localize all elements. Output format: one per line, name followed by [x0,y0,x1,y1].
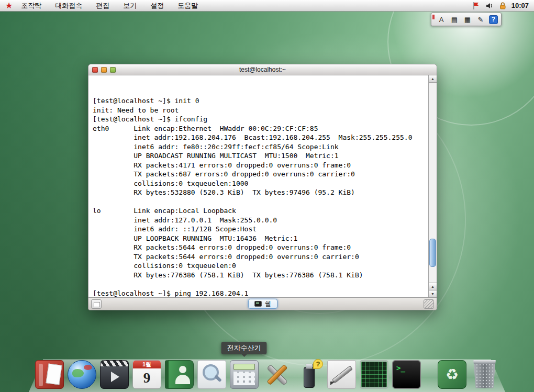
window-titlebar[interactable]: test@localhost:~ [88,64,437,75]
panes-tool-icon[interactable]: ▤ [450,15,459,24]
close-button[interactable] [92,67,98,73]
dock-item-media-player[interactable] [100,360,129,389]
terminal-line: RX bytes:776386 (758.1 KiB) TX bytes:776… [93,271,427,280]
menu-item-help[interactable]: 도움말 [177,1,198,10]
desktop: ★ 조작탁 대화접속 편집 보기 설정 도움말 10:07 A ▤ ▦ ✎ ? [0,0,534,392]
scrollbar[interactable]: ▲ ▲ ▼ [428,75,437,297]
red-star-logo-icon[interactable]: ★ [5,0,13,12]
terminal-line: collisions:0 txqueuelen:0 [93,261,427,271]
resize-grip-icon[interactable] [424,299,434,309]
scrollbar-track[interactable] [429,83,437,283]
terminal-prompt-glyph: >_ [396,364,405,372]
scrollbar-thumb[interactable] [429,239,436,267]
menu-item-session[interactable]: 대화접속 [55,1,82,10]
dock-item-package-manager[interactable]: ♻ [438,360,466,389]
window-title: test@localhost:~ [88,66,437,73]
terminal-screen[interactable]: [test@localhost ~]$ init 0init: Need to … [88,75,428,297]
dock-item-tools[interactable] [262,360,291,389]
palette-drag-handle[interactable] [432,15,435,19]
dock: 1월 9 ? >_ ♻ [29,353,505,392]
scroll-up-button[interactable]: ▲ [429,75,437,83]
menu-item-settings[interactable]: 설정 [150,1,164,10]
terminal-content: [test@localhost ~]$ init 0init: Need to … [88,75,437,297]
scroll-down-button[interactable]: ▼ [429,290,437,297]
terminal-line: UP LOOPBACK RUNNING MTU:16436 Metric:1 [93,234,427,243]
menu-item-view[interactable]: 보기 [123,1,137,10]
terminal-line: TX packets:5644 errors:0 dropped:0 overr… [93,252,427,262]
new-tab-icon[interactable] [91,299,102,309]
terminal-window: test@localhost:~ [test@localhost ~]$ ini… [88,64,437,310]
terminal-line: RX packets:5644 errors:0 dropped:0 overr… [93,243,427,252]
menu-item-desk[interactable]: 조작탁 [21,1,41,10]
terminal-line: inet addr:127.0.0.1 Mask:255.0.0.0 [93,216,427,225]
dock-item-trash[interactable] [470,360,499,389]
trash-icon [472,360,497,388]
terminal-line [93,197,427,207]
dock-item-system-monitor[interactable] [360,360,388,389]
maximize-button[interactable] [110,67,116,73]
terminal-output: [test@localhost ~]$ init 0init: Need to … [93,96,427,297]
terminal-line: TX packets:687 errors:0 dropped:0 overru… [93,170,427,179]
window-statusbar: 쉘 [88,297,437,310]
dock-item-calendar[interactable]: 1월 9 [132,360,161,389]
volume-icon[interactable] [485,2,494,10]
question-bubble-icon: ? [313,359,323,369]
clock: 10:07 [511,2,529,9]
terminal-line: [test@localhost ~]$ ping 192.168.204.1 [93,289,427,298]
shell-tab[interactable]: 쉘 [248,299,277,309]
dock-item-notebook[interactable] [35,360,64,389]
shell-tab-icon [254,301,262,307]
help-icon[interactable]: ? [489,15,498,24]
terminal-line: inet6 addr: ::1/128 Scope:Host [93,225,427,234]
terminal-line: inet6 addr: fe80::20c:29ff:fecf:cf85/64 … [93,142,427,152]
recycle-glyph: ♻ [446,366,459,383]
menu: 조작탁 대화접속 편집 보기 설정 도움말 [21,1,198,10]
font-tool-icon[interactable]: A [437,15,446,24]
scroll-up-button-bottom[interactable]: ▲ [429,283,437,290]
shell-tab-label: 쉘 [265,299,271,308]
calendar-day: 9 [133,368,161,388]
dock-items: 1월 9 ? >_ ♻ [35,360,499,389]
terminal-line: [test@localhost ~]$ ifconfig [93,115,427,124]
terminal-line: UP BROADCAST RUNNING MULTICAST MTU:1500 … [93,151,427,161]
terminal-line: [test@localhost ~]$ init 0 [93,96,427,106]
terminal-line: init: Need to be root [93,106,427,115]
minimize-button[interactable] [101,67,107,73]
terminal-line: RX bytes:532880 (520.3 KiB) TX bytes:974… [93,188,427,197]
lock-icon[interactable] [498,2,507,10]
calendar-month: 1월 [133,361,161,368]
menu-bar: ★ 조작탁 대화접속 편집 보기 설정 도움말 10:07 [0,0,534,12]
terminal-line: lo Link encap:Local Loopback [93,206,427,216]
grid-tool-icon[interactable]: ▦ [463,15,472,24]
dock-item-calculator[interactable] [230,360,259,389]
terminal-line [93,279,427,289]
terminal-line: collisions:0 txqueuelen:1000 [93,179,427,188]
dock-item-browser[interactable] [68,360,96,389]
pen-tool-icon[interactable]: ✎ [476,15,485,24]
terminal-line: RX packets:4171 errors:0 dropped:0 overr… [93,161,427,170]
utility-palette: A ▤ ▦ ✎ ? [431,13,502,26]
system-tray: 10:07 [472,2,529,10]
flag-icon[interactable] [472,2,481,10]
dock-item-storage-device[interactable]: ? [295,360,324,389]
terminal-line: inet addr:192.168.204.176 Bcast:192.168.… [93,133,427,142]
dock-item-contacts[interactable] [165,360,194,389]
menu-item-edit[interactable]: 편집 [96,1,109,10]
dock-tooltip: 전자수산기 [221,342,267,354]
terminal-line: eth0 Link encap:Ethernet HWaddr 00:0C:29… [93,124,427,133]
dock-item-terminal[interactable]: >_ [392,360,421,389]
dock-item-editor[interactable] [327,360,356,389]
dock-item-search[interactable] [197,360,226,389]
